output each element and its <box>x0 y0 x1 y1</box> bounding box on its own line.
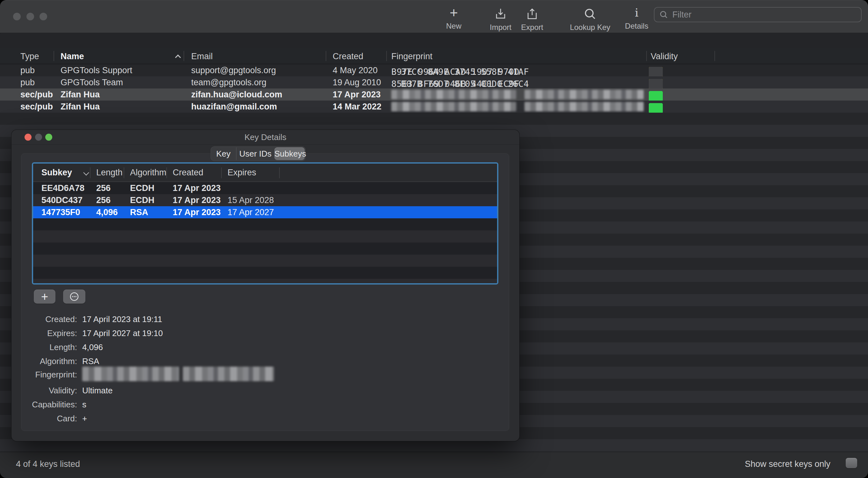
key-created: 4 May 2020 <box>333 66 378 75</box>
column-header-type[interactable]: Type <box>21 52 39 61</box>
import-button[interactable]: Import <box>485 4 517 32</box>
filter-field[interactable] <box>654 7 862 22</box>
content-top-band <box>0 33 868 48</box>
algorithm-value: RSA <box>82 356 99 366</box>
subkey-algorithm: ECDH <box>130 195 155 205</box>
close-button-inactive[interactable] <box>13 13 21 21</box>
lookup-key-button-label: Lookup Key <box>568 23 613 32</box>
column-divider[interactable] <box>54 51 54 61</box>
show-secret-keys-checkbox[interactable] <box>846 458 857 468</box>
card-label: Card: <box>21 414 77 423</box>
column-header-created[interactable]: Created <box>173 168 203 178</box>
column-divider[interactable] <box>714 51 715 61</box>
validity-value: Ultimate <box>82 386 113 396</box>
redacted-fingerprint <box>183 367 274 381</box>
show-secret-keys-label: Show secret keys only <box>745 459 830 469</box>
details-button-label: Details <box>621 22 653 31</box>
length-label: Length: <box>21 342 77 352</box>
column-header-subkey[interactable]: Subkey <box>41 168 72 178</box>
column-header-email[interactable]: Email <box>191 52 213 61</box>
column-divider[interactable] <box>124 167 124 178</box>
algorithm-label: Algorithm: <box>21 356 77 366</box>
detail-row-capabilities: Capabilities: s <box>11 397 519 411</box>
column-header-created[interactable]: Created <box>333 52 363 61</box>
card-value: + <box>82 414 87 423</box>
key-type: pub <box>21 78 35 88</box>
column-header-validity[interactable]: Validity <box>651 52 678 61</box>
subkey-algorithm: RSA <box>130 207 148 217</box>
key-created: 19 Aug 2010 <box>333 78 381 88</box>
detail-row-fingerprint: Fingerprint: <box>11 365 519 382</box>
column-header-name[interactable]: Name <box>61 52 84 61</box>
table-row[interactable]: sec/pub Zifan Hua huazifan@gmail.com 14 … <box>0 101 868 113</box>
filter-input[interactable] <box>672 9 857 20</box>
column-divider[interactable] <box>646 51 647 61</box>
export-button[interactable]: Export <box>517 4 548 32</box>
column-header-fingerprint[interactable]: Fingerprint <box>391 52 432 61</box>
search-icon <box>659 10 669 20</box>
plus-icon: + <box>441 4 466 21</box>
column-divider[interactable] <box>184 51 184 61</box>
key-name: GPGTools Team <box>61 78 123 88</box>
subkey-id: 540DC437 <box>41 195 83 205</box>
gpg-keychain-window: + New Import Export <box>0 0 868 478</box>
fingerprint-label: Fingerprint: <box>21 370 77 380</box>
column-divider[interactable] <box>90 167 91 178</box>
created-label: Created: <box>21 314 77 324</box>
subkey-row[interactable]: EE4D6A78 256 ECDH 17 Apr 2023 <box>33 182 497 194</box>
export-icon <box>525 16 539 22</box>
search-icon <box>583 16 597 22</box>
redacted-fingerprint <box>391 102 516 111</box>
detail-row-length: Length: 4,096 <box>11 340 519 354</box>
sort-ascending-icon <box>175 55 181 60</box>
add-subkey-button[interactable]: + <box>34 289 56 304</box>
length-value: 4,096 <box>82 342 103 352</box>
subkey-actions-button[interactable] <box>63 289 85 304</box>
subkey-created: 17 Apr 2023 <box>173 195 221 205</box>
subkey-algorithm: ECDH <box>130 183 155 193</box>
ellipsis-circle-icon <box>69 291 80 302</box>
new-button[interactable]: + New <box>441 4 466 32</box>
subkey-row[interactable]: 540DC437 256 ECDH 17 Apr 2023 15 Apr 202… <box>33 194 497 206</box>
import-icon <box>494 16 507 22</box>
column-divider[interactable] <box>386 51 387 61</box>
key-email: huazifan@gmail.com <box>191 102 277 112</box>
subkey-id: EE4D6A78 <box>41 183 85 193</box>
key-created: 14 Mar 2022 <box>333 102 381 112</box>
tab-key[interactable]: Key <box>211 147 236 160</box>
keys-count-status: 4 of 4 keys listed <box>16 459 80 469</box>
column-header-expires[interactable]: Expires <box>227 168 256 178</box>
key-table: pub GPGTools Support support@gpgtools.or… <box>0 64 868 113</box>
subkey-id: 147735F0 <box>41 207 80 217</box>
minimize-button-inactive[interactable] <box>26 13 34 21</box>
lookup-key-button[interactable]: Lookup Key <box>568 4 613 32</box>
key-email: zifan.hua@icloud.com <box>191 90 282 100</box>
subkey-expires: 15 Apr 2028 <box>227 195 274 205</box>
detail-row-expires: Expires: 17 April 2027 at 19:10 <box>11 326 519 340</box>
subkey-row-selected[interactable]: 147735F0 4,096 RSA 17 Apr 2023 17 Apr 20… <box>33 206 497 218</box>
key-created: 17 Apr 2023 <box>333 90 381 100</box>
expires-label: Expires: <box>21 329 77 338</box>
dialog-title-bar[interactable]: Key Details <box>11 130 519 144</box>
zoom-button-inactive[interactable] <box>39 13 47 21</box>
expires-value: 17 April 2027 at 19:10 <box>82 329 163 338</box>
column-divider[interactable] <box>166 167 167 178</box>
key-name: Zifan Hua <box>61 102 100 112</box>
column-divider[interactable] <box>326 51 326 61</box>
tab-subkeys-selected[interactable]: Subkeys <box>274 147 305 160</box>
table-row[interactable]: pub GPGTools Team team@gpgtools.org 19 A… <box>0 76 868 89</box>
table-row[interactable]: pub GPGTools Support support@gpgtools.or… <box>0 64 868 76</box>
details-button[interactable]: i Details <box>621 4 653 32</box>
dialog-title: Key Details <box>11 132 519 142</box>
column-divider[interactable] <box>279 167 280 178</box>
column-header-length[interactable]: Length <box>96 168 123 178</box>
subkey-length: 256 <box>96 183 111 193</box>
table-row-selected[interactable]: sec/pub Zifan Hua zifan.hua@icloud.com 1… <box>0 89 868 101</box>
redacted-fingerprint <box>82 367 179 381</box>
column-divider[interactable] <box>221 167 222 178</box>
redacted-fingerprint <box>525 90 644 99</box>
column-header-algorithm[interactable]: Algorithm <box>130 168 166 178</box>
tab-user-ids[interactable]: User IDs <box>236 147 274 160</box>
export-button-label: Export <box>517 23 548 32</box>
import-button-label: Import <box>485 23 517 32</box>
